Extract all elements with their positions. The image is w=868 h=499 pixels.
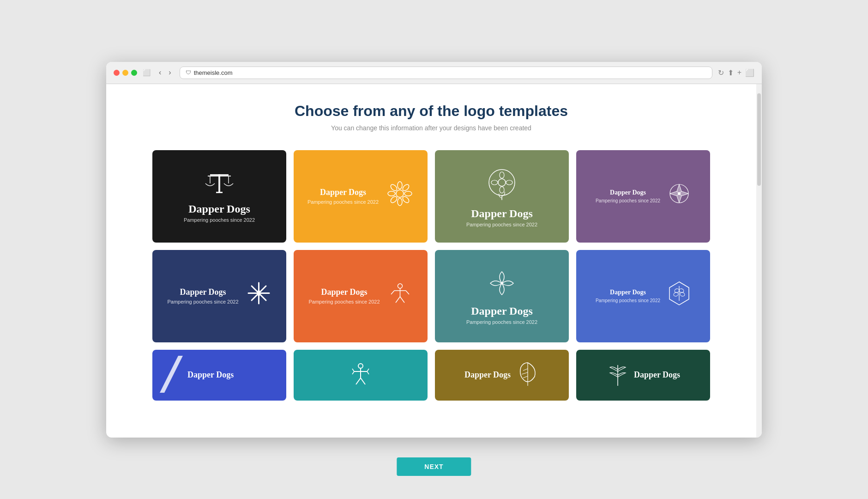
sidebar-icon: ⬜ (143, 69, 151, 76)
card-2-tagline: Pampering pooches since 2022 (307, 199, 379, 205)
leaf-icon (516, 360, 539, 390)
card-11-text: Dapper Dogs (464, 370, 511, 380)
card-8-text: Dapper Dogs Pampering pooches since 2022 (596, 289, 660, 303)
logo-grid: Dapper Dogs Pampering pooches since 2022… (152, 150, 710, 401)
next-button-container: NEXT (397, 457, 471, 476)
svg-point-19 (491, 180, 498, 185)
svg-rect-5 (216, 192, 223, 193)
scrollbar[interactable] (756, 84, 762, 438)
card-4-brand: Dapper Dogs (596, 189, 660, 196)
svg-point-12 (402, 195, 410, 203)
new-tab-icon[interactable]: + (737, 68, 741, 77)
card-12-text: Dapper Dogs (634, 370, 680, 380)
card-6-tagline: Pampering pooches since 2022 (308, 299, 380, 304)
svg-line-53 (523, 369, 528, 371)
svg-point-17 (500, 172, 504, 178)
starburst-icon (387, 280, 413, 308)
svg-point-8 (398, 198, 402, 206)
svg-point-36 (500, 282, 503, 285)
svg-line-34 (391, 291, 394, 294)
forward-button[interactable]: › (166, 67, 174, 78)
svg-line-33 (400, 297, 404, 303)
card-8-brand: Dapper Dogs (596, 289, 660, 296)
flower-circle-icon (483, 165, 520, 204)
browser-actions: ↻ ⬆ + ⬜ (718, 68, 754, 77)
card-11-brand: Dapper Dogs (464, 370, 511, 380)
branches-icon (606, 360, 629, 390)
svg-point-15 (489, 170, 515, 195)
svg-point-14 (390, 195, 398, 203)
svg-line-32 (396, 297, 400, 303)
page-content: Choose from any of the logo templates Yo… (106, 84, 756, 438)
logo-card-6[interactable]: Dapper Dogs Pampering pooches since 2022 (294, 250, 428, 342)
url-text: themeisle.com (194, 69, 233, 76)
card-1-brand: Dapper Dogs (188, 203, 250, 215)
share-icon[interactable]: ⬆ (728, 68, 734, 77)
svg-line-51 (367, 371, 369, 374)
svg-point-41 (673, 292, 679, 297)
card-5-brand: Dapper Dogs (167, 287, 238, 297)
card-2-text: Dapper Dogs Pampering pooches since 2022 (307, 188, 379, 205)
svg-point-18 (500, 187, 504, 193)
logo-card-4[interactable]: Dapper Dogs Pampering pooches since 2022 (576, 150, 710, 243)
svg-point-7 (398, 182, 402, 189)
logo-card-3[interactable]: Dapper Dogs Pampering pooches since 2022 (435, 150, 569, 243)
card-9-brand: Dapper Dogs (187, 370, 234, 380)
nav-buttons: ⬜ (143, 69, 151, 76)
logo-card-2[interactable]: Dapper Dogs Pampering pooches since 2022 (294, 150, 428, 243)
leaf-cross-icon (486, 267, 518, 301)
card-6-brand: Dapper Dogs (308, 287, 380, 297)
svg-point-16 (498, 179, 506, 186)
logo-card-11[interactable]: Dapper Dogs (435, 350, 569, 401)
browser-chrome: ⬜ ‹ › 🛡 themeisle.com ↻ ⬆ + ⬜ (106, 62, 762, 84)
svg-rect-2 (208, 176, 231, 176)
svg-line-46 (356, 378, 361, 384)
snowflake-md-icon (347, 360, 374, 390)
card-3-brand: Dapper Dogs (471, 207, 533, 220)
refresh-icon[interactable]: ↻ (718, 68, 724, 77)
logo-card-8[interactable]: Dapper Dogs Pampering pooches since 2022 (576, 250, 710, 342)
svg-line-55 (523, 376, 528, 378)
logo-card-10[interactable] (294, 350, 428, 401)
svg-line-48 (352, 369, 354, 371)
address-bar[interactable]: 🛡 themeisle.com (180, 67, 712, 79)
logo-card-12[interactable]: Dapper Dogs (576, 350, 710, 401)
asterisk-icon (246, 280, 271, 308)
logo-card-5[interactable]: Dapper Dogs Pampering pooches since 2022 (152, 250, 286, 342)
svg-point-10 (404, 191, 412, 196)
pinwheel-icon (668, 182, 691, 207)
browser-window: ⬜ ‹ › 🛡 themeisle.com ↻ ⬆ + ⬜ Choose fro… (106, 62, 762, 438)
svg-point-42 (680, 292, 685, 297)
next-button[interactable]: NEXT (397, 457, 471, 476)
svg-point-20 (506, 180, 512, 185)
card-4-tagline: Pampering pooches since 2022 (596, 198, 660, 203)
hexflower-icon (668, 280, 691, 308)
page-title: Choose from any of the logo templates (152, 103, 710, 120)
card-1-tagline: Pampering pooches since 2022 (184, 217, 255, 223)
card-6-text: Dapper Dogs Pampering pooches since 2022 (308, 287, 380, 304)
maximize-button[interactable] (131, 70, 137, 76)
card-2-brand: Dapper Dogs (307, 188, 379, 197)
minimize-button[interactable] (122, 70, 128, 76)
scrollbar-thumb[interactable] (757, 93, 761, 186)
scales-icon (201, 170, 238, 199)
traffic-lights (114, 70, 137, 76)
logo-card-1[interactable]: Dapper Dogs Pampering pooches since 2022 (152, 150, 286, 243)
tabs-icon[interactable]: ⬜ (745, 68, 754, 77)
close-button[interactable] (114, 70, 120, 76)
logo-card-7[interactable]: Dapper Dogs Pampering pooches since 2022 (435, 250, 569, 342)
svg-point-11 (390, 183, 398, 191)
svg-rect-0 (218, 174, 220, 193)
svg-line-50 (367, 369, 369, 371)
security-icon: 🛡 (186, 69, 191, 76)
card-5-tagline: Pampering pooches since 2022 (167, 299, 238, 304)
svg-point-29 (398, 284, 402, 288)
card-4-text: Dapper Dogs Pampering pooches since 2022 (596, 189, 660, 203)
page-subtitle: You can change this information after yo… (152, 124, 710, 132)
svg-line-35 (406, 291, 409, 294)
card-9-text: Dapper Dogs (187, 370, 234, 380)
logo-card-9[interactable]: Dapper Dogs (152, 350, 286, 401)
svg-point-9 (388, 191, 395, 196)
card-5-text: Dapper Dogs Pampering pooches since 2022 (167, 287, 238, 304)
back-button[interactable]: ‹ (156, 67, 164, 78)
